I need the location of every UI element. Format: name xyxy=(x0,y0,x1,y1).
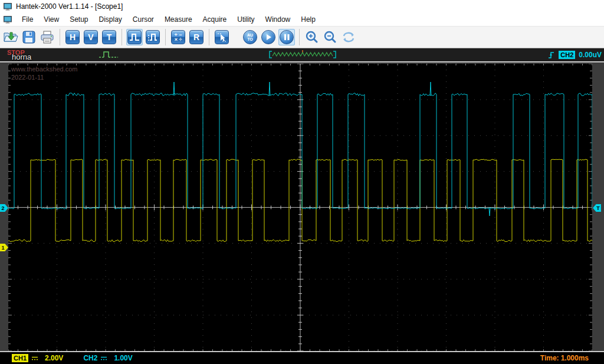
self-calibration-button[interactable] xyxy=(340,29,357,45)
print-button[interactable] xyxy=(39,29,55,45)
menu-window[interactable]: Window xyxy=(260,14,296,25)
save-button[interactable] xyxy=(21,29,37,45)
overlay-text: horna xyxy=(12,53,31,61)
cursor-measure-button[interactable] xyxy=(214,29,230,45)
play-icon xyxy=(262,31,274,43)
cursor-pointer-icon xyxy=(216,31,228,43)
scope-window-icon[interactable] xyxy=(4,16,12,24)
titlebar: Hantek-2000 Ver1.1.14 - [Scope1] xyxy=(0,0,604,13)
ch1-readout[interactable]: CH1 2.00V xyxy=(12,354,63,362)
watermark-date: 2022-01-11 xyxy=(11,73,78,81)
watermark-url: www.thebackshed.com xyxy=(11,65,78,73)
toolbar-separator xyxy=(60,29,60,45)
math-row2: × ÷ xyxy=(175,37,182,42)
acquisition-preview[interactable] xyxy=(268,50,337,60)
menu-setup[interactable]: Setup xyxy=(64,14,93,25)
timebase-readout: Time: 1.000ms xyxy=(540,354,589,362)
window-title: Hantek-2000 Ver1.1.14 - [Scope1] xyxy=(16,2,123,11)
scope-area: www.thebackshed.com 2022-01-11 2 1 T xyxy=(0,63,604,351)
vertical-settings-button[interactable]: V xyxy=(83,29,99,45)
menu-file[interactable]: File xyxy=(17,14,38,25)
trigger-readout: CH2 0.00uV xyxy=(548,48,602,61)
ch2-marker-label: 2 xyxy=(1,205,4,211)
trigger-edge-icon xyxy=(548,50,555,60)
menu-acquire[interactable]: Acquire xyxy=(198,14,232,25)
waveform-display: www.thebackshed.com 2022-01-11 xyxy=(8,64,592,351)
menubar: File View Setup Display Cursor Measure A… xyxy=(0,13,604,26)
ch1-coupling-icon xyxy=(31,356,38,361)
ch2-scale-value[interactable]: 1.00V xyxy=(114,354,132,362)
menu-utility[interactable]: Utility xyxy=(232,14,260,25)
h-button-label: H xyxy=(65,30,80,44)
printer-icon xyxy=(40,31,54,44)
menu-cursor[interactable]: Cursor xyxy=(127,14,159,25)
trigger-marker-label: T xyxy=(596,205,600,211)
pause-icon xyxy=(281,31,293,43)
time-label: Time: xyxy=(540,354,559,362)
zoom-out-icon xyxy=(323,30,337,44)
app-monitor-icon xyxy=(4,3,12,11)
trigger-level-marker[interactable]: T xyxy=(593,204,601,212)
toolbar-separator xyxy=(165,29,166,45)
ch1-scale-value[interactable]: 2.00V xyxy=(45,354,63,362)
ch2-readout[interactable]: CH2 1.00V xyxy=(83,354,132,362)
reference-button[interactable]: R xyxy=(188,29,205,45)
ch1-ground-marker[interactable]: 1 xyxy=(0,244,8,251)
floppy-icon xyxy=(22,31,35,44)
trigger-source-badge: CH2 xyxy=(559,51,575,59)
status-band: STOP horna CH2 0.00uV xyxy=(0,48,604,61)
zoom-in-button[interactable] xyxy=(304,29,320,45)
open-folder-icon xyxy=(3,31,18,44)
auto-row2: TO xyxy=(247,37,253,41)
bottom-status-bar: CH1 2.00V CH2 1.00V Time: 1.000ms xyxy=(0,352,604,364)
menu-display[interactable]: Display xyxy=(94,14,127,25)
r-button-label: R xyxy=(189,30,203,44)
trigger-settings-button[interactable]: T xyxy=(101,29,117,45)
open-button[interactable] xyxy=(2,29,19,45)
waveform-plot xyxy=(8,64,592,351)
run-button[interactable] xyxy=(260,29,277,45)
ch1-badge[interactable]: CH1 xyxy=(12,354,28,362)
auto-row1: AU xyxy=(247,33,253,37)
toolbar-separator xyxy=(299,29,300,45)
t-button-label: T xyxy=(102,30,116,44)
single-pulse-icon xyxy=(129,31,140,43)
zoom-in-icon xyxy=(305,30,319,44)
watermark: www.thebackshed.com 2022-01-11 xyxy=(11,65,78,81)
pause-button[interactable] xyxy=(278,29,295,45)
sync-arrows-icon xyxy=(341,31,356,44)
menu-measure[interactable]: Measure xyxy=(159,14,198,25)
ch2-label[interactable]: CH2 xyxy=(83,354,97,362)
zoom-out-button[interactable] xyxy=(322,29,339,45)
single-pulse-mode-button[interactable] xyxy=(126,29,143,45)
math-button[interactable]: + − × ÷ xyxy=(170,29,186,45)
hantek-scope-app: Hantek-2000 Ver1.1.14 - [Scope1] File Vi… xyxy=(0,0,604,364)
pulse-train-icon xyxy=(147,31,159,43)
v-button-label: V xyxy=(84,30,98,44)
ch2-coupling-icon xyxy=(100,356,107,361)
trigger-level-value: 0.00uV xyxy=(579,51,602,59)
pulse-train-mode-button[interactable] xyxy=(145,29,161,45)
ch1-marker-label: 1 xyxy=(1,245,4,251)
time-value: 1.000ms xyxy=(561,354,589,362)
menu-view[interactable]: View xyxy=(38,14,64,25)
toolbar: H V T + − xyxy=(0,26,604,48)
menu-help[interactable]: Help xyxy=(296,14,321,25)
autoset-button[interactable]: AU TO xyxy=(242,29,258,45)
toolbar-separator xyxy=(209,29,209,45)
ch2-ground-marker[interactable]: 2 xyxy=(0,204,8,212)
trigger-type-pulse-icon xyxy=(98,50,119,60)
horizontal-settings-button[interactable]: H xyxy=(64,29,81,45)
toolbar-separator xyxy=(122,29,122,45)
